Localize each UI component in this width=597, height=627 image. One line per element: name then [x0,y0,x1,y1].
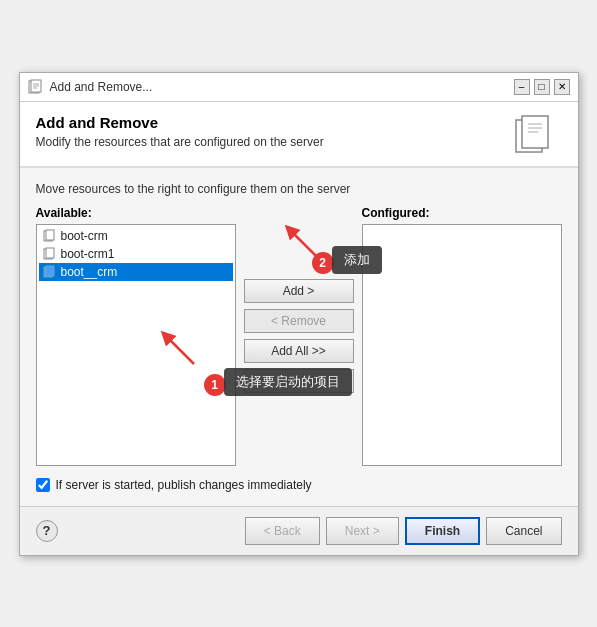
checkbox-label: If server is started, publish changes im… [56,478,312,492]
available-label: Available: [36,206,236,220]
header-title: Add and Remove [36,114,324,131]
middle-buttons: Add > < Remove Add All >> << Remove All [244,206,354,466]
minimize-button[interactable]: – [514,79,530,95]
available-column: Available: boot-crm bo [36,206,236,466]
remove-button[interactable]: < Remove [244,309,354,333]
add-button[interactable]: Add > [244,279,354,303]
item-icon [43,247,57,261]
available-list[interactable]: boot-crm boot-crm1 b [36,224,236,466]
header-section: Add and Remove Modify the resources that… [20,102,578,168]
title-controls: – □ ✕ [514,79,570,95]
publish-checkbox[interactable] [36,478,50,492]
list-item[interactable]: boot-crm [39,227,233,245]
main-window: Add and Remove... – □ ✕ Add and Remove M… [19,72,579,556]
list-item-selected[interactable]: boot__crm [39,263,233,281]
add-all-button[interactable]: Add All >> [244,339,354,363]
finish-button[interactable]: Finish [405,517,480,545]
header-icon [514,114,562,154]
content-description: Move resources to the right to configure… [36,182,562,196]
header-subtitle: Modify the resources that are configured… [36,135,324,149]
footer-right: < Back Next > Finish Cancel [245,517,562,545]
item-icon [43,229,57,243]
configured-label: Configured: [362,206,562,220]
item-icon [43,265,57,279]
svg-rect-11 [46,230,54,240]
footer: ? < Back Next > Finish Cancel [20,506,578,555]
next-button[interactable]: Next > [326,517,399,545]
maximize-button[interactable]: □ [534,79,550,95]
content-area: Move resources to the right to configure… [20,168,578,506]
close-button[interactable]: ✕ [554,79,570,95]
svg-rect-15 [46,266,54,276]
back-button[interactable]: < Back [245,517,320,545]
header-text: Add and Remove Modify the resources that… [36,114,324,149]
title-bar: Add and Remove... – □ ✕ [20,73,578,102]
cancel-button[interactable]: Cancel [486,517,561,545]
footer-left: ? [36,520,58,542]
svg-rect-13 [46,248,54,258]
title-bar-left: Add and Remove... [28,79,153,95]
columns-area: Available: boot-crm bo [36,206,562,466]
window-icon [28,79,44,95]
list-item[interactable]: boot-crm1 [39,245,233,263]
help-button[interactable]: ? [36,520,58,542]
configured-column: Configured: [362,206,562,466]
header-icon-svg [514,114,562,158]
window-title: Add and Remove... [50,80,153,94]
configured-list[interactable] [362,224,562,466]
remove-all-button[interactable]: << Remove All [244,369,354,393]
checkbox-row: If server is started, publish changes im… [36,478,562,492]
